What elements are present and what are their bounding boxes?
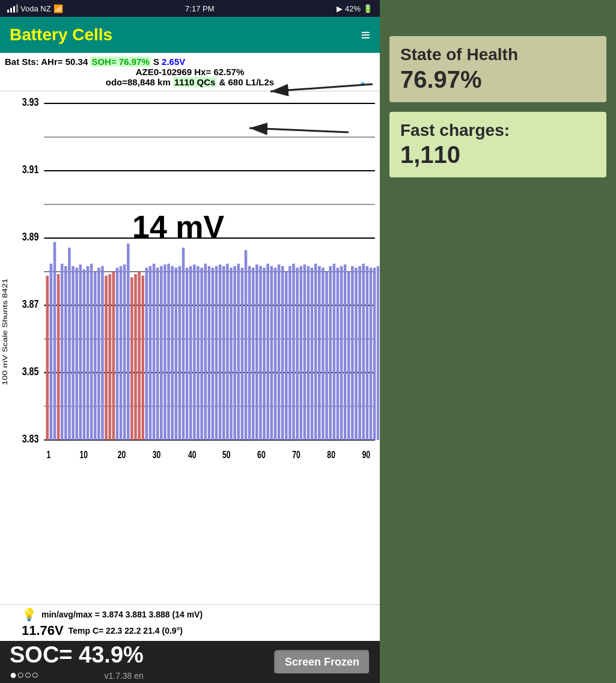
svg-text:90: 90	[362, 450, 370, 461]
svg-rect-68	[230, 268, 233, 440]
svg-rect-93	[322, 268, 325, 440]
svg-rect-91	[314, 264, 317, 440]
signal-bar-1	[7, 10, 9, 13]
svg-text:80: 80	[327, 450, 335, 461]
svg-rect-51	[167, 264, 170, 440]
svg-rect-85	[292, 264, 295, 440]
bat-status-prefix: Bat Sts: AHr= 50.34	[5, 57, 90, 67]
screen-frozen-button[interactable]: Screen Frozen	[274, 650, 370, 675]
svg-rect-79	[270, 266, 273, 440]
soh-card-title: State of Health	[400, 44, 596, 65]
soc-value: SOC= 43.9%	[10, 642, 144, 668]
svg-rect-81	[278, 265, 281, 440]
battery-icon: 🔋	[363, 4, 373, 13]
svg-rect-94	[325, 272, 328, 440]
svg-rect-66	[222, 266, 225, 440]
svg-rect-97	[337, 268, 340, 440]
time-display: 7:17 PM	[185, 4, 214, 13]
svg-rect-57	[189, 266, 192, 440]
svg-rect-83	[285, 272, 288, 440]
soh-value: SOH= 76.97%	[90, 57, 150, 67]
menu-button[interactable]: ≡	[361, 27, 370, 43]
svg-rect-55	[182, 248, 185, 440]
svg-rect-52	[171, 266, 174, 440]
svg-rect-23	[64, 266, 67, 440]
min-avg-max-label: min/avg/max = 3.874 3.881 3.888 (14 mV)	[41, 610, 203, 619]
svg-rect-60	[200, 268, 203, 440]
svg-rect-49	[160, 266, 163, 440]
svg-rect-27	[79, 265, 82, 440]
svg-rect-31	[94, 272, 97, 440]
svg-rect-73	[248, 266, 251, 440]
app-header: Battery Cells ≡	[0, 17, 380, 53]
status-left: Voda NZ 📶	[7, 4, 63, 13]
chart-svg: 3.93 3.91 3.89 3.87 3.85 3.83 100 mV Sca…	[0, 91, 380, 604]
svg-rect-77	[263, 268, 266, 440]
svg-rect-90	[311, 268, 314, 440]
svg-rect-20	[53, 242, 56, 440]
svg-rect-34	[105, 276, 108, 440]
battery-percent: 42%	[345, 4, 361, 13]
svg-rect-29	[87, 266, 90, 440]
svg-rect-32	[97, 268, 100, 440]
svg-rect-25	[72, 266, 75, 440]
svg-rect-99	[344, 265, 347, 440]
svg-rect-26	[75, 268, 78, 440]
svg-text:3.91: 3.91	[22, 163, 39, 176]
svg-rect-37	[116, 268, 119, 440]
svg-rect-100	[347, 272, 350, 440]
svg-text:30: 30	[153, 450, 161, 461]
carrier-label: Voda NZ	[20, 4, 51, 13]
svg-rect-53	[175, 268, 178, 440]
bottom-stats-panel: 💡 min/avg/max = 3.874 3.881 3.888 (14 mV…	[0, 604, 380, 641]
svg-rect-62	[208, 266, 211, 440]
status-right: ▶ 42% 🔋	[337, 4, 373, 13]
soh-card: State of Health 76.97%	[389, 36, 606, 102]
svg-rect-36	[112, 272, 115, 440]
bat-status-line3-prefix: odo=88,848 km	[106, 77, 173, 87]
svg-rect-38	[120, 266, 123, 440]
qc-card: Fast charges: 1,110	[389, 112, 606, 178]
svg-rect-50	[163, 265, 166, 440]
wifi-icon: 📶	[53, 4, 63, 13]
bat-status-line2: AZE0-102969 Hx= 62.57%	[5, 67, 375, 77]
svg-rect-82	[281, 266, 284, 440]
svg-rect-96	[333, 264, 336, 440]
svg-rect-72	[245, 250, 248, 440]
svg-rect-69	[233, 266, 236, 440]
svg-text:70: 70	[292, 450, 300, 461]
svg-rect-101	[351, 266, 354, 440]
svg-rect-87	[299, 266, 302, 440]
svg-rect-71	[241, 268, 244, 440]
bat-status-suffix: S 2.65V	[151, 57, 186, 67]
battery-chart: 14 mV 3.93 3.91 3.89 3.87 3.85 3.83 100 …	[0, 91, 380, 604]
lightbulb-icon: 💡	[22, 607, 37, 622]
svg-text:3.85: 3.85	[22, 365, 39, 378]
svg-rect-95	[329, 266, 332, 440]
svg-rect-108	[377, 266, 379, 440]
signal-bar-2	[10, 8, 12, 13]
svg-text:50: 50	[222, 450, 231, 461]
battery-status-panel: Bat Sts: AHr= 50.34 SOH= 76.97% S 2.65V …	[0, 53, 380, 91]
svg-rect-48	[156, 268, 159, 440]
svg-text:60: 60	[257, 450, 266, 461]
svg-rect-105	[366, 266, 369, 440]
signal-bar-4	[16, 4, 18, 13]
svg-rect-89	[307, 266, 310, 440]
asterisk-marker: *	[361, 80, 365, 93]
svg-rect-104	[362, 264, 365, 440]
svg-rect-103	[358, 266, 361, 440]
svg-rect-28	[83, 269, 86, 440]
svg-rect-59	[197, 266, 200, 440]
svg-rect-58	[193, 265, 196, 440]
svg-rect-33	[101, 266, 104, 440]
svg-rect-92	[318, 266, 321, 440]
svg-text:3.89: 3.89	[22, 230, 39, 243]
svg-rect-54	[178, 266, 181, 440]
svg-rect-40	[127, 243, 130, 440]
svg-text:1: 1	[46, 450, 50, 461]
svg-rect-43	[138, 272, 141, 440]
svg-rect-88	[303, 265, 306, 440]
status-bar: Voda NZ 📶 7:17 PM ▶ 42% 🔋	[0, 0, 380, 17]
bat-status-line3-suffix: & 680 L1/L2s	[216, 77, 274, 87]
